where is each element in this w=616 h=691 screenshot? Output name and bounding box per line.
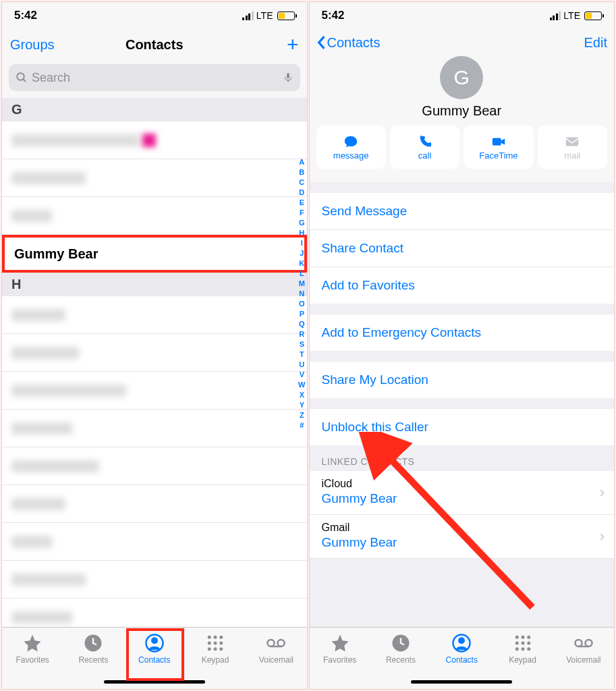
linked-name: Gummy Bear [322, 491, 603, 506]
svg-point-35 [585, 640, 592, 646]
index-strip[interactable]: ABCDEFGHIJKLMNOPQRSTUVWXYZ# [298, 157, 305, 431]
voicemail-icon [573, 633, 594, 653]
chevron-right-icon: › [600, 528, 605, 545]
contact-detail-screen: 5:42 LTE Contacts Edit G Gummy Bear mess… [309, 1, 615, 690]
search-placeholder: Search [32, 71, 70, 85]
emergency-option[interactable]: Add to Emergency Contacts [310, 314, 615, 351]
svg-point-28 [515, 642, 518, 645]
svg-rect-19 [493, 138, 501, 145]
add-contact-button[interactable]: + [238, 33, 299, 56]
chevron-left-icon [316, 35, 326, 50]
mail-button: mail [538, 126, 607, 169]
contact-row[interactable] [2, 485, 307, 523]
svg-point-30 [527, 642, 530, 645]
svg-point-15 [219, 647, 223, 651]
signal-icon [550, 11, 561, 20]
svg-point-16 [268, 640, 275, 646]
section-g: G [2, 98, 307, 121]
svg-point-9 [219, 636, 223, 639]
contact-row[interactable] [2, 334, 307, 372]
contact-row[interactable] [2, 296, 307, 334]
tab-recents[interactable]: Recents [374, 633, 428, 665]
svg-point-31 [515, 647, 518, 651]
back-button[interactable]: Contacts [316, 35, 381, 51]
nav-bar: Contacts Edit [310, 29, 615, 56]
home-indicator[interactable] [104, 680, 205, 684]
status-bar: 5:42 LTE [2, 2, 307, 29]
linked-gmail[interactable]: Gmail Gummy Bear › [310, 515, 615, 559]
add-favorites-option[interactable]: Add to Favorites [310, 267, 615, 304]
linked-source: Gmail [322, 522, 603, 534]
battery-icon [277, 11, 295, 20]
contact-row[interactable] [2, 561, 307, 599]
linked-name: Gummy Bear [322, 535, 603, 550]
tab-contacts[interactable]: Contacts [435, 633, 488, 665]
share-location-option[interactable]: Share My Location [310, 362, 615, 398]
contact-row[interactable] [2, 372, 307, 410]
svg-point-6 [152, 638, 157, 644]
svg-point-10 [208, 642, 211, 645]
share-contact-option[interactable]: Share Contact [310, 230, 615, 267]
contact-row[interactable] [2, 447, 307, 485]
unblock-caller-option[interactable]: Unblock this Caller [310, 409, 615, 445]
svg-point-34 [575, 640, 582, 646]
svg-point-29 [521, 642, 524, 645]
svg-rect-20 [566, 137, 578, 146]
page-title: Contacts [71, 37, 238, 53]
star-icon [22, 633, 43, 653]
home-indicator[interactable] [411, 680, 512, 684]
contact-row[interactable] [2, 599, 307, 627]
keypad-icon [205, 633, 225, 653]
avatar: G [440, 56, 483, 99]
svg-point-8 [214, 636, 217, 639]
tab-contacts[interactable]: Contacts [128, 633, 181, 665]
tab-keypad[interactable]: Keypad [188, 633, 242, 665]
tab-bar: Favorites Recents Contacts Keypad Voicem… [2, 627, 307, 689]
clock: 5:42 [322, 9, 345, 22]
contacts-list[interactable]: G Gummy Bear H [2, 98, 307, 627]
carrier-label: LTE [256, 10, 273, 21]
tab-voicemail[interactable]: Voicemail [249, 633, 303, 665]
tab-bar: Favorites Recents Contacts Keypad Voicem… [310, 627, 615, 689]
send-message-option[interactable]: Send Message [310, 193, 615, 230]
svg-point-24 [459, 638, 464, 644]
svg-point-0 [17, 73, 24, 80]
status-bar: 5:42 LTE [310, 2, 615, 29]
groups-button[interactable]: Groups [10, 37, 71, 53]
mail-icon [564, 134, 580, 149]
call-button[interactable]: call [390, 126, 459, 169]
contact-row[interactable] [2, 159, 307, 197]
search-icon [16, 72, 28, 84]
contact-row[interactable] [2, 121, 307, 159]
contact-name: Gummy Bear [310, 103, 615, 119]
facetime-button[interactable]: FaceTime [464, 126, 533, 169]
svg-point-27 [527, 636, 530, 639]
linked-contacts-label: LINKED CONTACTS [310, 445, 615, 471]
svg-line-1 [23, 79, 26, 82]
svg-point-17 [278, 640, 285, 646]
svg-point-11 [214, 642, 217, 645]
status-icons: LTE [242, 10, 294, 21]
contact-row[interactable] [2, 523, 307, 561]
contact-row-gummy-bear[interactable]: Gummy Bear [2, 235, 307, 273]
tab-favorites[interactable]: Favorites [5, 633, 59, 665]
clock: 5:42 [14, 9, 37, 22]
svg-rect-2 [287, 73, 289, 78]
tab-keypad[interactable]: Keypad [496, 633, 550, 665]
edit-button[interactable]: Edit [584, 35, 607, 51]
battery-icon [584, 11, 602, 20]
svg-point-25 [515, 636, 518, 639]
contact-row[interactable] [2, 197, 307, 235]
mic-icon[interactable] [283, 71, 293, 84]
tab-voicemail[interactable]: Voicemail [557, 633, 611, 665]
clock-icon [391, 633, 411, 653]
message-button[interactable]: message [316, 126, 386, 169]
contact-row[interactable] [2, 410, 307, 447]
contacts-list-screen: 5:42 LTE Groups Contacts + Search G Gumm… [1, 1, 308, 690]
svg-point-13 [208, 647, 211, 651]
contacts-icon [144, 633, 165, 653]
linked-icloud[interactable]: iCloud Gummy Bear › [310, 471, 615, 515]
search-input[interactable]: Search [9, 64, 300, 91]
tab-recents[interactable]: Recents [66, 633, 120, 665]
tab-favorites[interactable]: Favorites [313, 633, 367, 665]
